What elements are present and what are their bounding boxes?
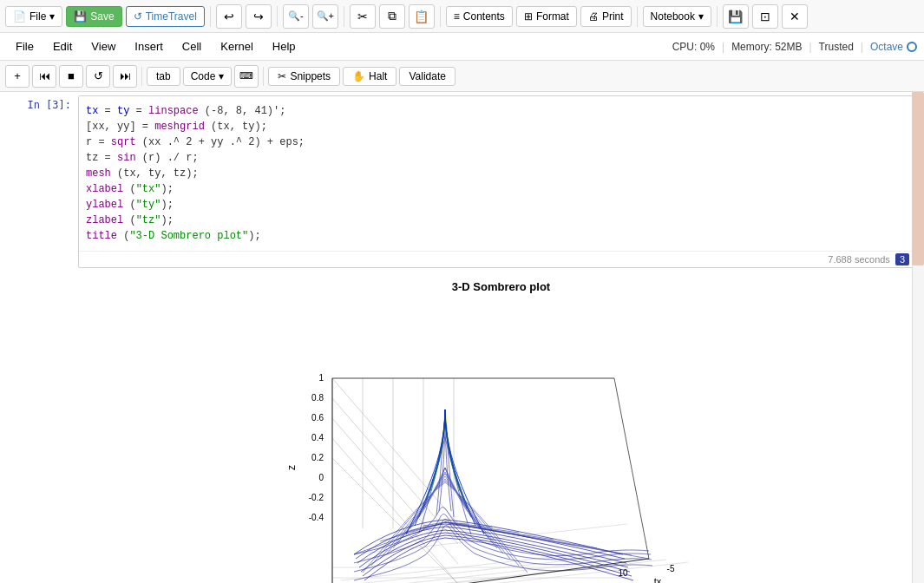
validate-label: Validate [409, 70, 445, 82]
status-sep2: | [809, 41, 811, 53]
format-label: Format [536, 10, 569, 23]
move-up-icon: ⏮ [39, 69, 50, 82]
save2-button[interactable]: 💾 [723, 4, 749, 29]
svg-text:-5: -5 [666, 564, 674, 573]
tab-button[interactable]: tab [147, 67, 180, 86]
octave-circle-icon [907, 42, 917, 52]
status-sep1: | [722, 41, 724, 53]
snippets-label: Snippets [290, 70, 331, 82]
cell-type-label: Code [191, 70, 216, 82]
menu-file[interactable]: File [7, 36, 43, 56]
main-toolbar: 📄 File ▾ 💾 Save ↺ TimeTravel ↩ ↪ 🔍- 🔍+ ✂… [0, 0, 924, 33]
svg-text:z: z [285, 465, 298, 470]
separator4 [440, 6, 441, 27]
menu-kernel[interactable]: Kernel [212, 36, 262, 56]
halt-icon: ✋ [352, 70, 365, 82]
save-button[interactable]: 💾 Save [66, 6, 121, 27]
move-up-button[interactable]: ⏮ [32, 65, 56, 88]
timetravel-button[interactable]: ↺ TimeTravel [126, 6, 205, 27]
halt-button[interactable]: ✋ Halt [343, 67, 396, 86]
file-button[interactable]: 📄 File ▾ [5, 6, 62, 27]
scrollbar-track [912, 92, 924, 583]
validate-button[interactable]: Validate [399, 67, 455, 86]
tb2-sep1 [141, 67, 142, 86]
keyboard-button[interactable]: ⌨ [234, 65, 259, 88]
contents-label: Contents [463, 10, 505, 23]
action-toolbar: + ⏮ ■ ↺ ⏭ tab Code ▾ ⌨ ✂ Snippets ✋ Halt… [0, 61, 924, 92]
svg-text:0.6: 0.6 [311, 413, 324, 423]
undo-button[interactable]: ↩ [216, 4, 242, 29]
cell-type-selector[interactable]: Code ▾ [183, 67, 233, 86]
code-cell: In [3]: tx = ty = linspace (-8, 8, 41)';… [0, 92, 924, 272]
keyboard-icon: ⌨ [239, 70, 253, 82]
memory-status: Memory: 52MB [731, 41, 802, 53]
close-button[interactable]: ✕ [782, 4, 808, 29]
print-button[interactable]: 🖨 Print [580, 6, 632, 27]
save-disk-icon: 💾 [74, 10, 87, 23]
scrollbar-thumb[interactable] [912, 92, 924, 265]
timetravel-label: TimeTravel [146, 10, 197, 23]
cell-prompt: In [3]: [0, 95, 78, 268]
zoom-out-icon: 🔍- [288, 10, 304, 22]
print-icon: 🖨 [588, 10, 599, 23]
print-label: Print [602, 10, 624, 23]
menu-insert[interactable]: Insert [126, 36, 172, 56]
menu-cell[interactable]: Cell [174, 36, 210, 56]
add-icon: + [14, 69, 21, 82]
menu-view[interactable]: View [82, 36, 124, 56]
contents-icon: ≡ [454, 10, 460, 23]
menu-edit[interactable]: Edit [44, 36, 81, 56]
svg-text:0.8: 0.8 [311, 393, 324, 403]
cell-editor[interactable]: tx = ty = linspace (-8, 8, 41)'; [xx, yy… [78, 95, 915, 268]
plot-container: z 1 0.8 0.6 0.4 0.2 0 -0.2 -0.4 ty tx 5 … [78, 298, 924, 583]
menubar-right: CPU: 0% | Memory: 52MB | Trusted | Octav… [672, 41, 917, 53]
copy-icon: ⧉ [388, 9, 396, 23]
svg-text:0: 0 [318, 473, 324, 482]
file-label: File [29, 10, 46, 23]
svg-text:-0.2: -0.2 [308, 493, 324, 502]
execution-time: 7.688 seconds 3 [79, 251, 914, 267]
notebook-button[interactable]: Notebook ▾ [643, 6, 711, 27]
plot-title: 3-D Sombrero plot [78, 280, 924, 293]
save2-icon: 💾 [728, 10, 743, 23]
svg-text:-0.4: -0.4 [308, 513, 324, 522]
svg-rect-0 [285, 298, 718, 583]
plot-output: 3-D Sombrero plot z 1 0.8 0.6 0.4 0.2 0 … [0, 272, 924, 583]
zoom-out-button[interactable]: 🔍- [283, 4, 309, 29]
add-cell-button[interactable]: + [5, 65, 29, 88]
scissors-icon: ✂ [357, 10, 368, 23]
svg-text:0.2: 0.2 [311, 453, 324, 462]
separator2 [277, 6, 278, 27]
main-content: In [3]: tx = ty = linspace (-8, 8, 41)';… [0, 92, 924, 583]
split-button[interactable]: ⊡ [752, 4, 778, 29]
cell-type-chevron-icon: ▾ [219, 70, 224, 82]
format-button[interactable]: ⊞ Format [516, 6, 577, 27]
paste-button[interactable]: 📋 [409, 4, 435, 29]
file-chevron-icon: ▾ [49, 10, 55, 23]
copy-button[interactable]: ⧉ [379, 4, 405, 29]
exec-count-badge: 3 [895, 253, 909, 265]
separator5 [637, 6, 638, 27]
format-icon: ⊞ [524, 10, 533, 23]
tb2-sep2 [263, 67, 264, 86]
contents-button[interactable]: ≡ Contents [446, 6, 513, 27]
trusted-status: Trusted [819, 41, 854, 53]
save-label: Save [90, 10, 114, 23]
zoom-in-icon: 🔍+ [317, 10, 334, 22]
code-editor-area[interactable]: tx = ty = linspace (-8, 8, 41)'; [xx, yy… [79, 96, 914, 251]
zoom-in-button[interactable]: 🔍+ [312, 4, 338, 29]
exec-time-label: 7.688 seconds [828, 254, 890, 265]
menu-bar: File Edit View Insert Cell Kernel Help C… [0, 33, 924, 61]
scissors-button[interactable]: ✂ [350, 4, 376, 29]
svg-text:1: 1 [318, 373, 324, 383]
menu-help[interactable]: Help [264, 36, 305, 56]
stop-button[interactable]: ■ [59, 65, 83, 88]
restart-button[interactable]: ↺ [86, 65, 110, 88]
redo-button[interactable]: ↪ [246, 4, 272, 29]
timetravel-icon: ↺ [134, 10, 142, 23]
notebook-chevron-icon: ▾ [698, 10, 704, 23]
skip-button[interactable]: ⏭ [113, 65, 137, 88]
separator1 [210, 6, 211, 27]
snippets-button[interactable]: ✂ Snippets [268, 67, 340, 86]
status-sep3: | [861, 41, 863, 53]
